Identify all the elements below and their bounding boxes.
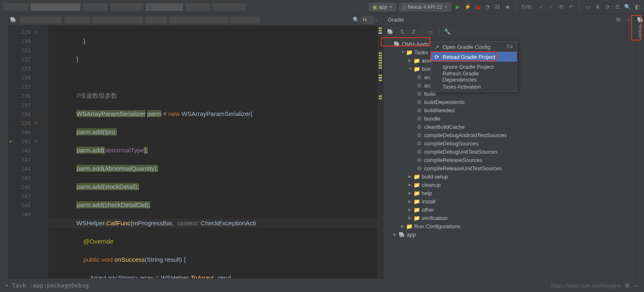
blurred-area — [65, 17, 89, 23]
tree-task[interactable]: ⚙buildDependents — [384, 98, 636, 106]
tree-task[interactable]: ⚙compileDebugUnitTestSources — [384, 147, 636, 156]
notifications-icon[interactable]: ◧ — [634, 4, 641, 10]
status-bar: > Task :app:packageDebug https://blog.cs… — [0, 278, 644, 292]
run-icon[interactable]: ▶ — [454, 4, 461, 10]
menu-reload-project[interactable]: ⟳ Reload Gradle Project — [431, 52, 517, 62]
tree-task[interactable]: ⚙compileReleaseUnitTestSources — [384, 164, 636, 172]
blurred-area — [185, 3, 210, 11]
blurred-area — [3, 3, 28, 11]
tree-task[interactable]: ⚙compileDebugSources — [384, 139, 636, 147]
tree-folder[interactable]: ▶📁help — [384, 189, 636, 197]
gear-icon[interactable]: ⚙ — [625, 282, 630, 289]
chevron-down-icon[interactable]: ⌄ — [375, 17, 378, 22]
tree-task[interactable]: ⚙buildNeeded — [384, 106, 636, 114]
tree-app[interactable]: ▶🐘app — [384, 230, 636, 239]
device-label: Nexus 4 API 22 — [408, 4, 442, 10]
build-output: > Task :app:packageDebug — [5, 282, 89, 289]
blurred-area — [231, 17, 260, 23]
collapse-icon[interactable]: ⇵ — [410, 29, 417, 35]
reload-icon: ⟳ — [433, 54, 440, 60]
debug-icon[interactable]: 🐞 — [474, 4, 481, 10]
code-content[interactable]: } } //传递数组参数 WSArrayParamSerializer parm… — [49, 26, 377, 278]
tree-task[interactable]: ⚙cleanBuildCache — [384, 123, 636, 131]
gradle-toolbar: 🐘 ⇅ ⇵ ⚏ 🔧 — [384, 26, 636, 38]
search-icon[interactable]: 🔍 — [624, 4, 631, 10]
tree-folder[interactable]: ▶📁build setup — [384, 172, 636, 181]
editor-search-input[interactable] — [361, 16, 373, 24]
structure-icon[interactable]: ☰ — [614, 4, 621, 10]
minimize-icon[interactable]: — — [634, 282, 639, 289]
watermark: https://blog.csdn.net/lilenglya — [551, 282, 620, 289]
tree-folder[interactable]: ▶📁cleanup — [384, 181, 636, 189]
module-selector[interactable]: ▣ app ▼ — [369, 3, 396, 11]
gradle-tab-label[interactable]: Gradle — [638, 24, 643, 38]
gear-icon[interactable]: ⚙ — [615, 17, 622, 23]
apply-changes-icon[interactable]: ⚡ — [464, 4, 471, 10]
svn-history-icon[interactable]: ⟲ — [557, 4, 564, 10]
left-tool-strip — [0, 14, 8, 278]
tree-run-config[interactable]: ▶📁Run Configurations — [384, 222, 636, 230]
device-selector[interactable]: ▯ Nexus 4 API 22 ▼ — [399, 3, 451, 11]
blurred-area — [213, 3, 246, 11]
menu-open-config[interactable]: ↗ Open Gradle Config F4 — [431, 42, 517, 52]
tree-task[interactable]: ⚙compileReleaseSources — [384, 156, 636, 164]
menu-tasks-activation[interactable]: Tasks Activation — [431, 82, 517, 92]
svn-label: SVN: — [521, 4, 533, 10]
tree-task[interactable]: ⚙compileDebugAndroidTestSources — [384, 131, 636, 139]
minimize-icon[interactable]: — — [625, 17, 632, 23]
code-editor[interactable]: 229⊟ 230 231 232 233 234 235 236 237 238… — [8, 26, 383, 278]
blurred-area — [110, 3, 143, 11]
open-icon: ↗ — [433, 44, 440, 50]
menu-refresh-deps[interactable]: Refresh Gradle Dependencies — [431, 72, 517, 82]
tree-folder[interactable]: ▶📁verification — [384, 214, 636, 222]
wrench-icon[interactable]: 🔧 — [444, 29, 451, 35]
context-menu: ↗ Open Gradle Config F4 ⟳ Reload Gradle … — [430, 41, 517, 92]
stop-icon[interactable]: ■ — [504, 4, 511, 10]
profile-icon[interactable]: ◔ — [484, 4, 491, 10]
line-gutter: 229⊟ 230 231 232 233 234 235 236 237 238… — [8, 26, 38, 278]
tree-folder[interactable]: ▶📁install — [384, 197, 636, 205]
attach-debugger-icon[interactable]: ⛓ — [494, 4, 501, 10]
refresh-icon[interactable]: 🐘 — [387, 29, 394, 35]
blurred-area — [20, 17, 61, 23]
right-tool-strip: 🐘 Gradle — [636, 14, 644, 278]
blurred-area — [83, 3, 108, 11]
blurred-area — [93, 17, 142, 23]
tree-folder[interactable]: ▶📁other — [384, 205, 636, 214]
main-toolbar: ▣ app ▼ ▯ Nexus 4 API 22 ▼ ▶ ⚡ 🐞 ◔ ⛓ ■ S… — [0, 0, 644, 14]
search-icon[interactable]: 🔍 — [353, 17, 359, 23]
blurred-area — [146, 17, 166, 23]
blurred-area — [146, 3, 183, 11]
svn-revert-icon[interactable]: ↶ — [567, 4, 574, 10]
expand-icon[interactable]: ⇅ — [399, 29, 405, 35]
sync-icon[interactable]: ⟳ — [604, 4, 611, 10]
gradle-tab-icon[interactable]: 🐘 — [637, 17, 644, 23]
blurred-area — [31, 3, 80, 11]
toggle-offline-icon[interactable]: ⚏ — [427, 29, 434, 35]
sdk-manager-icon[interactable]: ⬇ — [594, 4, 601, 10]
marker-bar — [377, 26, 383, 278]
blurred-area — [170, 17, 228, 23]
editor-tabs: 🐘 🔍 ⌄ — [8, 14, 383, 26]
svn-update-icon[interactable]: ✓ — [538, 4, 544, 10]
module-label: app — [379, 4, 387, 10]
svn-commit-icon[interactable]: ✓ — [548, 4, 554, 10]
gradle-title: Gradle — [388, 17, 404, 23]
tree-task[interactable]: ⚙bundle — [384, 114, 636, 123]
avd-manager-icon[interactable]: ▭ — [584, 4, 591, 10]
